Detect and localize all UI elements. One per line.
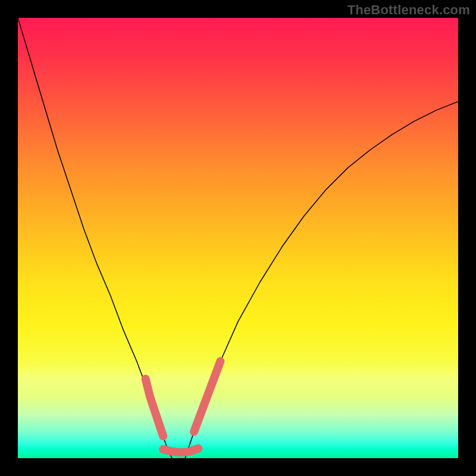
chart-frame: TheBottleneck.com [0,0,476,476]
series-highlight-right [194,361,220,431]
series-highlight-bottom [163,449,198,453]
series-highlight-left [146,379,164,436]
series-bottleneck-curve-right [185,102,458,458]
curve-layer [18,18,458,458]
watermark-text: TheBottleneck.com [347,2,470,18]
plot-area [18,18,458,458]
